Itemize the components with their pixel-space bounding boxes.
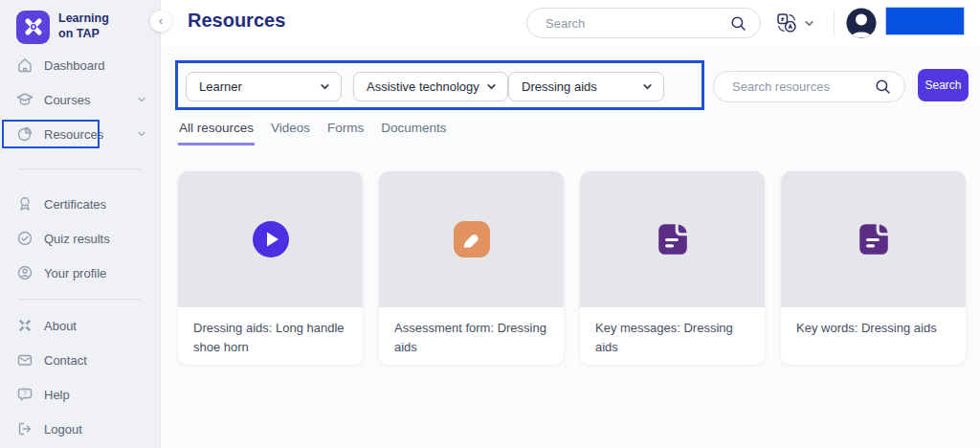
tab-videos[interactable]: Videos [270,121,311,146]
chevron-down-icon [137,129,146,139]
card-title: Key words: Dressing aids [781,307,966,338]
resources-search-input[interactable] [732,79,875,94]
chevron-down-icon [804,18,814,29]
sidebar-item-label: Help [44,388,70,402]
sidebar-item-label: Dashboard [44,58,105,73]
sidebar-item-courses[interactable]: Courses [0,82,160,117]
app-title: Learning on TAP [58,11,118,41]
header-divider [834,10,835,36]
courses-icon [16,91,33,108]
sidebar-item-label: About [44,319,77,333]
resource-card-grid: Dressing aids: Long handle shoe horn Ass… [178,171,966,365]
app-logo[interactable]: Learning on TAP [0,0,160,46]
sidebar-item-your-profile[interactable]: Your profile [0,256,160,290]
sidebar-item-label: Logout [44,422,82,437]
svg-text:?: ? [23,390,27,396]
resource-card-document[interactable]: Key words: Dressing aids [781,171,966,365]
sidebar-divider [19,299,141,300]
sidebar: Learning on TAP Dashboard Courses Resour… [0,0,161,448]
main-area: Resources Learner Assistive technol [161,0,980,448]
page-title: Resources [188,10,285,32]
chevron-down-icon [486,81,497,92]
user-name-redaction [885,7,965,35]
tab-documents[interactable]: Documents [380,121,447,146]
sidebar-item-logout[interactable]: Logout [0,412,160,446]
sidebar-nav: Dashboard Courses Resources Certificates [0,48,160,446]
document-icon [856,221,892,258]
search-icon [875,78,891,95]
profile-icon [16,264,33,281]
sidebar-item-label: Resources [44,127,103,142]
card-thumbnail [379,171,564,307]
topic-select-value: Dressing aids [522,79,597,94]
resources-search[interactable] [713,71,905,102]
document-icon [655,221,691,258]
card-title: Assessment form: Dressing aids [379,307,564,357]
category-select[interactable]: Assistive technology [353,72,508,101]
global-search-input[interactable] [546,16,730,31]
tab-forms[interactable]: Forms [326,121,365,146]
sidebar-collapse-button[interactable]: ‹ [150,11,171,32]
resource-tabs: All resources Videos Forms Documents [178,121,448,146]
sidebar-item-certificates[interactable]: Certificates [0,187,160,221]
search-icon [730,15,746,32]
sidebar-item-label: Courses [44,93,90,107]
certificate-icon [16,195,33,213]
tab-all-resources[interactable]: All resources [178,121,255,146]
sidebar-item-resources[interactable]: Resources [0,117,160,151]
chevron-left-icon: ‹ [159,14,163,28]
resources-icon [16,125,33,143]
chevron-down-icon [137,95,146,104]
card-title: Dressing aids: Long handle shoe horn [178,307,363,357]
role-select[interactable]: Learner [186,72,342,101]
help-bubble-icon: ? [16,386,33,403]
logout-icon [16,420,33,437]
card-thumbnail [781,171,966,307]
sidebar-divider [19,168,141,169]
topic-select[interactable]: Dressing aids [508,72,664,101]
chevron-down-icon [320,81,330,92]
card-thumbnail [178,171,363,307]
sidebar-item-quiz-results[interactable]: Quiz results [0,221,160,256]
card-title: Key messages: Dressing aids [580,307,765,357]
user-avatar[interactable] [846,8,877,38]
resource-card-form[interactable]: Assessment form: Dressing aids [379,171,564,365]
tap-logo-icon [16,11,50,44]
sidebar-item-label: Certificates [44,197,106,212]
global-search[interactable] [526,8,761,38]
resource-card-document[interactable]: Key messages: Dressing aids [580,171,765,365]
sidebar-item-label: Your profile [44,266,106,280]
role-select-value: Learner [199,79,242,94]
sidebar-item-dashboard[interactable]: Dashboard [0,48,160,82]
envelope-icon [16,351,33,369]
check-circle-icon [16,230,33,247]
card-thumbnail [580,171,765,307]
sidebar-item-label: Contact [44,353,87,368]
home-icon [16,56,33,74]
chevron-down-icon [642,81,653,92]
sidebar-item-contact[interactable]: Contact [0,343,160,377]
pen-form-icon [454,221,490,258]
sidebar-item-help[interactable]: ? Help [0,377,160,412]
play-icon [253,221,289,258]
resource-card-video[interactable]: Dressing aids: Long handle shoe horn [178,171,363,365]
sidebar-item-about[interactable]: About [0,308,160,343]
language-selector[interactable] [776,12,814,34]
tap-outline-icon [16,317,33,334]
category-select-value: Assistive technology [367,79,479,94]
translate-icon [776,12,797,34]
sidebar-item-label: Quiz results [44,232,110,246]
search-button[interactable]: Search [918,69,969,101]
